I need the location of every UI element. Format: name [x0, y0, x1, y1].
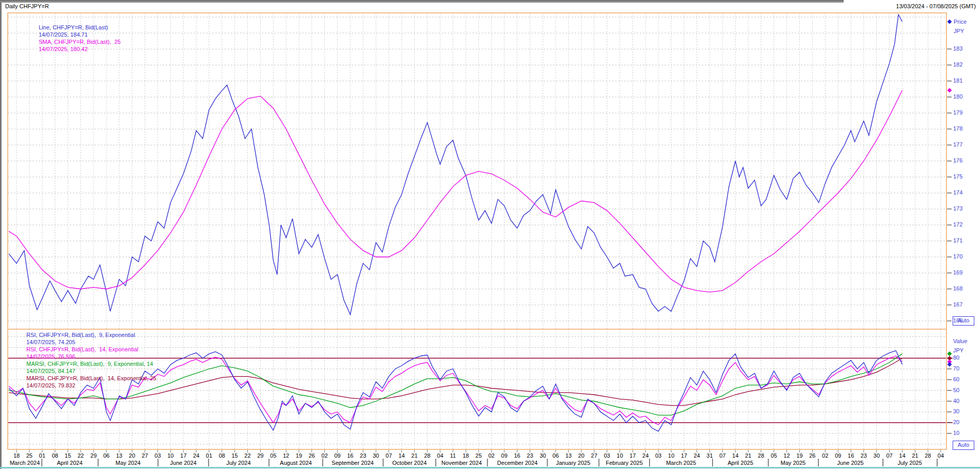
date-month-label: February 2025	[606, 460, 643, 466]
price-tick-label: 173	[953, 205, 962, 212]
date-month-label: September 2024	[331, 460, 373, 466]
date-day-label: 02	[488, 452, 495, 459]
legend-marsi14-value[interactable]: 14/07/2025, 79.832	[26, 382, 75, 389]
date-day-label: 24	[193, 452, 199, 459]
date-day-label: 06	[552, 452, 559, 459]
date-month-label: June 2024	[170, 460, 196, 466]
date-day-label: 07	[719, 452, 725, 459]
price-plot-area[interactable]	[8, 13, 946, 329]
legend-rsi9-value[interactable]: 14/07/2025, 74.205	[26, 339, 75, 346]
date-day-label: 17	[629, 452, 636, 459]
date-day-label: 20	[578, 452, 584, 459]
date-day-label: 29	[257, 452, 263, 459]
date-day-label: 03	[655, 452, 661, 459]
date-day-label: 23	[360, 452, 366, 459]
legend-sma-name[interactable]: SMA, CHFJPY=R, Bid(Last), 25	[39, 39, 121, 45]
date-month-label: April 2025	[728, 460, 753, 466]
rsi-tick-label: 70	[953, 365, 959, 372]
date-day-label: 25	[26, 452, 33, 459]
date-day-label: 18	[463, 452, 469, 459]
date-day-label: 17	[681, 452, 687, 459]
date-day-label: 23	[527, 452, 533, 459]
date-day-label: 12	[283, 452, 289, 459]
date-day-label: 20	[129, 452, 135, 459]
date-day-label: 14	[732, 452, 738, 459]
date-day-label: 19	[796, 452, 802, 459]
date-month-label: April 2024	[57, 460, 83, 466]
date-day-label: 29	[90, 452, 97, 459]
rsi-tick-label: 50	[953, 387, 959, 394]
date-day-label: 16	[347, 452, 353, 459]
legend-marsi9-name[interactable]: MARSI, CHFJPY=R, Bid(Last), 9, Exponenti…	[26, 361, 153, 367]
legend-rsi14-value[interactable]: 14/07/2025, 76.596	[26, 353, 75, 360]
date-day-label: 03	[604, 452, 610, 459]
legend-price-line-name[interactable]: Line, CHFJPY=R, Bid(Last)	[39, 24, 108, 31]
price-tick-label: 174	[953, 189, 962, 196]
date-month-label: May 2025	[781, 460, 805, 466]
rsi-tick-label: 30	[953, 408, 959, 415]
date-day-label: 28	[758, 452, 764, 459]
price-last-marker	[947, 19, 952, 24]
legend-marsi9-value[interactable]: 14/07/2025, 84.147	[26, 368, 75, 375]
date-day-label: 27	[141, 452, 148, 459]
chart-canvas[interactable]	[0, 0, 980, 469]
rsi-plot-area[interactable]	[8, 329, 946, 449]
price-tick-label: 181	[953, 77, 962, 84]
price-tick-label: 178	[953, 125, 962, 132]
date-day-label: 01	[39, 452, 45, 459]
date-day-label: 30	[540, 452, 546, 459]
date-day-label: 27	[591, 452, 597, 459]
date-month-label: November 2024	[441, 460, 482, 466]
date-month-label: August 2024	[280, 460, 312, 466]
date-day-label: 22	[244, 452, 250, 459]
price-tick-label: 168	[953, 285, 962, 292]
rsi-axis-auto-button[interactable]: Auto	[953, 441, 974, 450]
date-month-label: January 2025	[556, 460, 591, 466]
legend-marsi14-name[interactable]: MARSI, CHFJPY=R, Bid(Last), 14, Exponent…	[26, 375, 156, 382]
date-day-label: 13	[116, 452, 122, 459]
date-day-label: 10	[167, 452, 173, 459]
date-day-label: 21	[412, 452, 418, 459]
date-day-label: 15	[65, 452, 71, 459]
date-day-label: 16	[848, 452, 854, 459]
date-day-label: 11	[450, 452, 456, 459]
legend-price-line-value[interactable]: 14/07/2025, 184.71	[39, 31, 88, 38]
price-tick-label: 170	[953, 253, 962, 260]
date-day-label: 28	[925, 452, 931, 459]
price-tick-label: 180	[953, 93, 962, 100]
date-day-label: 12	[784, 452, 790, 459]
price-tick-label: 183	[953, 45, 962, 52]
date-month-label: May 2024	[116, 460, 140, 466]
date-day-label: 19	[296, 452, 302, 459]
rsi-tick-label: 10	[953, 430, 959, 436]
rsi-axis-currency: JPY	[953, 347, 963, 354]
date-month-label: March 2024	[10, 460, 40, 466]
date-day-label: 21	[745, 452, 751, 459]
date-day-label: 14	[899, 452, 905, 459]
legend-rsi14-name[interactable]: RSI, CHFJPY=R, Bid(Last), 14, Exponentia…	[26, 346, 138, 353]
date-day-label: 16	[514, 452, 520, 459]
chart-window: Daily CHFJPY=R 13/03/2024 - 07/08/2025 (…	[0, 0, 980, 469]
date-month-label: June 2025	[837, 460, 863, 466]
date-day-label: 23	[861, 452, 867, 459]
price-axis-header: Price	[954, 19, 967, 25]
legend-rsi9-name[interactable]: RSI, CHFJPY=R, Bid(Last), 9, Exponential	[26, 332, 135, 338]
date-day-label: 25	[476, 452, 482, 459]
date-day-label: 05	[771, 452, 777, 459]
price-tick-label: 182	[953, 61, 962, 68]
date-day-label: 05	[270, 452, 276, 459]
date-day-label: 15	[232, 452, 238, 459]
price-tick-label: 179	[953, 109, 962, 116]
price-tick-label: 175	[953, 173, 962, 180]
sma-last-marker	[947, 88, 952, 92]
date-month-label: March 2025	[666, 460, 696, 466]
date-month-label: October 2024	[392, 460, 427, 466]
rsi-tick-label: 40	[953, 398, 959, 405]
price-axis-currency: JPY	[954, 28, 964, 35]
date-day-label: 28	[424, 452, 430, 459]
rsi-tick-label: 20	[953, 419, 959, 426]
legend-sma-value[interactable]: 14/07/2025, 180.42	[39, 46, 88, 53]
rsi-tick-label: 80	[953, 354, 959, 361]
date-day-label: 31	[706, 452, 713, 459]
rsi-axis-header: Value	[953, 338, 967, 345]
